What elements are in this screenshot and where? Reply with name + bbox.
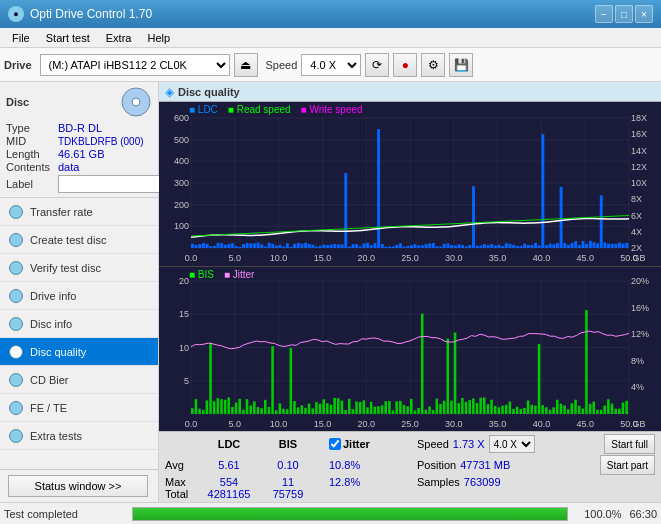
sidebar-item-create-test-disc[interactable]: Create test disc [0, 226, 158, 254]
ldc-avg: 5.61 [197, 459, 261, 471]
speed-stat-label: Speed [417, 438, 449, 450]
read-speed-legend: ■ Read speed [228, 104, 291, 115]
position-label: Position [417, 459, 456, 471]
menu-start-test[interactable]: Start test [38, 30, 98, 46]
eject-button[interactable]: ⏏ [234, 53, 258, 77]
speed-select[interactable]: 4.0 X [301, 54, 361, 76]
ldc-header: LDC [197, 438, 261, 450]
sidebar-item-fe-te[interactable]: FE / TE [0, 394, 158, 422]
minimize-button[interactable]: − [595, 5, 613, 23]
menu-bar: File Start test Extra Help [0, 28, 661, 48]
nav-label-fe-te: FE / TE [30, 402, 67, 414]
length-label: Length [6, 148, 58, 160]
app-icon: ● [8, 6, 24, 22]
disc-panel: Disc Type BD-R DL MID TDKBLDRFB (000) Le… [0, 82, 158, 198]
speed-stat-value: 1.73 X [453, 438, 485, 450]
settings-button[interactable]: ⚙ [421, 53, 445, 77]
nav-label-drive-info: Drive info [30, 290, 76, 302]
nav-label-create-test-disc: Create test disc [30, 234, 106, 246]
speed-stat-select[interactable]: 4.0 X [489, 435, 535, 453]
sidebar: Disc Type BD-R DL MID TDKBLDRFB (000) Le… [0, 82, 159, 502]
nav-label-extra-tests: Extra tests [30, 430, 82, 442]
length-value: 46.61 GB [58, 148, 104, 160]
bis-avg: 0.10 [261, 459, 315, 471]
maximize-button[interactable]: □ [615, 5, 633, 23]
menu-extra[interactable]: Extra [98, 30, 140, 46]
jitter-avg: 10.8% [329, 459, 417, 471]
chart-header: ◈ Disc quality [159, 82, 661, 102]
disc-info-icon [9, 317, 23, 331]
refresh-button[interactable]: ⟳ [365, 53, 389, 77]
write-speed-legend: ■ Write speed [301, 104, 363, 115]
ldc-total: 4281165 [197, 488, 261, 500]
svg-point-1 [132, 98, 140, 106]
save-button[interactable]: 💾 [449, 53, 473, 77]
avg-label: Avg [165, 459, 197, 471]
position-val: 47731 MB [460, 459, 510, 471]
disc-title: Disc [6, 96, 29, 108]
samples-val: 763099 [464, 476, 501, 488]
extra-tests-icon [9, 429, 23, 443]
chart-title: Disc quality [178, 86, 240, 98]
ldc-max: 554 [197, 476, 261, 488]
disc-icon [120, 86, 152, 118]
bis-total: 75759 [261, 488, 315, 500]
type-value: BD-R DL [58, 122, 102, 134]
main-layout: Disc Type BD-R DL MID TDKBLDRFB (000) Le… [0, 82, 661, 502]
progress-fill [133, 508, 567, 520]
mid-label: MID [6, 135, 58, 147]
drive-select[interactable]: (M:) ATAPI iHBS112 2 CL0K [40, 54, 230, 76]
toolbar: Drive (M:) ATAPI iHBS112 2 CL0K ⏏ Speed … [0, 48, 661, 82]
record-button[interactable]: ● [393, 53, 417, 77]
progress-percent: 100.0% [576, 508, 621, 520]
ldc-legend: ■ LDC [189, 104, 218, 115]
create-test-disc-icon [9, 233, 23, 247]
time-value: 66:30 [629, 508, 657, 520]
stats-bar: LDC BIS Jitter Speed 1.73 X 4.0 X Start … [159, 431, 661, 502]
total-label: Total [165, 488, 197, 500]
fe-te-icon [9, 401, 23, 415]
menu-file[interactable]: File [4, 30, 38, 46]
sidebar-item-verify-test-disc[interactable]: Verify test disc [0, 254, 158, 282]
drive-info-icon [9, 289, 23, 303]
mid-value: TDKBLDRFB (000) [58, 136, 144, 147]
title-bar: ● Opti Drive Control 1.70 − □ × [0, 0, 661, 28]
bis-header: BIS [261, 438, 315, 450]
nav-label-verify-test-disc: Verify test disc [30, 262, 101, 274]
sidebar-item-drive-info[interactable]: Drive info [0, 282, 158, 310]
bottom-bar: Test completed 100.0% 66:30 [0, 502, 661, 524]
app-title: Opti Drive Control 1.70 [30, 7, 152, 21]
sidebar-item-transfer-rate[interactable]: Transfer rate [0, 198, 158, 226]
bis-legend: ■ BIS [189, 269, 214, 280]
progress-bar [132, 507, 568, 521]
sidebar-item-extra-tests[interactable]: Extra tests [0, 422, 158, 450]
disc-quality-icon [9, 345, 23, 359]
verify-test-disc-icon [9, 261, 23, 275]
bis-max: 11 [261, 476, 315, 488]
sidebar-item-disc-quality[interactable]: Disc quality [0, 338, 158, 366]
nav-items: Transfer rate Create test disc Verify te… [0, 198, 158, 469]
bottom-chart: ■ BIS ■ Jitter [159, 266, 661, 431]
start-full-button[interactable]: Start full [604, 434, 655, 454]
speed-label: Speed [266, 59, 298, 71]
transfer-rate-icon [9, 205, 23, 219]
chart-icon: ◈ [165, 85, 174, 99]
cd-bier-icon [9, 373, 23, 387]
nav-label-disc-quality: Disc quality [30, 346, 86, 358]
label-label: Label [6, 178, 58, 190]
jitter-checkbox[interactable] [329, 438, 341, 450]
status-text: Test completed [4, 508, 124, 520]
top-chart: ■ LDC ■ Read speed ■ Write speed [159, 102, 661, 266]
type-label: Type [6, 122, 58, 134]
menu-help[interactable]: Help [139, 30, 178, 46]
jitter-header: Jitter [343, 438, 370, 450]
drive-label: Drive [4, 59, 32, 71]
sidebar-item-cd-bier[interactable]: CD Bier [0, 366, 158, 394]
start-part-button[interactable]: Start part [600, 455, 655, 475]
close-button[interactable]: × [635, 5, 653, 23]
nav-label-cd-bier: CD Bier [30, 374, 69, 386]
status-window-button[interactable]: Status window >> [8, 475, 148, 497]
sidebar-item-disc-info[interactable]: Disc info [0, 310, 158, 338]
samples-label: Samples [417, 476, 460, 488]
max-label: Max [165, 476, 197, 488]
